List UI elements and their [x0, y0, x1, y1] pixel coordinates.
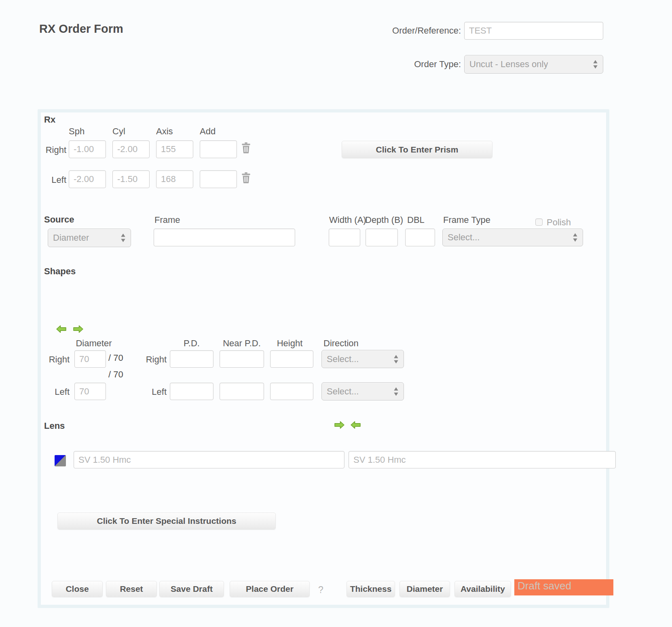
diameter-right-label: Right: [42, 354, 70, 365]
lens-copy-left-button[interactable]: [350, 421, 361, 429]
near-pd-left-input[interactable]: [220, 383, 264, 400]
select-stepper-icon: [393, 355, 399, 364]
lens-right-input[interactable]: [74, 451, 344, 468]
shapes-section-label: Shapes: [44, 266, 76, 277]
source-selected-value: Diameter: [53, 233, 89, 243]
pd-left-input[interactable]: [170, 383, 213, 400]
order-type-label: Order Type:: [360, 59, 461, 70]
trash-icon: [241, 172, 251, 183]
rx-column-sph: Sph: [69, 126, 85, 137]
select-stepper-icon: [120, 233, 126, 242]
frame-type-selected-value: Select...: [448, 232, 480, 243]
enter-special-instructions-button[interactable]: Click To Enter Special Instructions: [57, 513, 276, 530]
rx-column-cyl: Cyl: [112, 126, 125, 137]
arrow-right-icon: [334, 421, 345, 429]
height-column-label: Height: [268, 338, 311, 349]
height-right-input[interactable]: [270, 350, 313, 368]
direction-column-label: Direction: [323, 338, 359, 349]
shape-next-button[interactable]: [73, 325, 84, 333]
frame-input[interactable]: [154, 229, 295, 246]
frame-type-label: Frame Type: [443, 215, 490, 225]
rx-section-label: Rx: [44, 114, 55, 125]
order-type-selected-value: Uncut - Lenses only: [469, 59, 548, 70]
rx-left-axis-input[interactable]: [156, 170, 193, 188]
rx-order-form-page: RX Order Form Order/Reference: Order Typ…: [0, 0, 672, 627]
pd-right-input[interactable]: [170, 350, 213, 368]
frame-label: Frame: [154, 215, 180, 225]
rx-left-add-input[interactable]: [200, 170, 237, 188]
diameter-right-max: / 70: [108, 353, 123, 363]
select-stepper-icon: [593, 60, 598, 69]
arrow-right-icon: [73, 325, 84, 333]
place-order-button[interactable]: Place Order: [230, 581, 310, 597]
close-button[interactable]: Close: [52, 581, 103, 597]
rx-left-sph-input[interactable]: [69, 170, 106, 188]
diameter-column-label: Diameter: [74, 338, 113, 349]
direction-left-select[interactable]: Select...: [321, 382, 404, 400]
lens-copy-right-button[interactable]: [334, 421, 345, 429]
frame-type-select[interactable]: Select...: [442, 229, 583, 246]
select-stepper-icon: [573, 233, 578, 242]
pd-left-label: Left: [139, 387, 167, 397]
near-pd-column-label: Near P.D.: [220, 338, 264, 349]
direction-left-selected-value: Select...: [327, 386, 359, 397]
near-pd-right-input[interactable]: [220, 350, 264, 368]
lens-section-label: Lens: [44, 421, 65, 431]
arrow-left-icon: [350, 421, 361, 429]
rx-column-add: Add: [200, 126, 216, 137]
source-section-label: Source: [44, 214, 74, 225]
diameter-left-max: / 70: [108, 369, 123, 380]
width-a-input[interactable]: [329, 229, 360, 246]
depth-b-input[interactable]: [366, 229, 398, 246]
order-reference-label: Order/Reference:: [360, 25, 461, 36]
diameter-right-input[interactable]: [74, 350, 106, 368]
thickness-button[interactable]: Thickness: [347, 581, 395, 597]
availability-button[interactable]: Availability: [454, 581, 511, 597]
rx-right-row-label: Right: [38, 145, 66, 155]
dbl-input[interactable]: [405, 229, 435, 246]
rx-right-add-input[interactable]: [200, 140, 237, 158]
select-stepper-icon: [393, 387, 399, 396]
pd-column-label: P.D.: [170, 338, 213, 349]
pd-right-label: Right: [139, 354, 167, 365]
save-draft-button[interactable]: Save Draft: [159, 581, 224, 597]
rx-left-row-label: Left: [38, 175, 66, 185]
rx-right-cyl-input[interactable]: [112, 140, 150, 158]
page-title: RX Order Form: [39, 22, 123, 36]
rx-right-delete-button[interactable]: [241, 142, 251, 153]
rx-right-sph-input[interactable]: [69, 140, 106, 158]
polish-checkbox[interactable]: [535, 218, 543, 226]
reset-button[interactable]: Reset: [106, 581, 157, 597]
diameter-left-label: Left: [42, 387, 70, 397]
rx-right-axis-input[interactable]: [156, 140, 193, 158]
rx-left-delete-button[interactable]: [241, 172, 251, 183]
rx-left-cyl-input[interactable]: [112, 170, 150, 188]
direction-right-selected-value: Select...: [327, 354, 359, 364]
depth-b-label: Depth (B): [365, 215, 403, 225]
height-left-input[interactable]: [270, 383, 313, 400]
polish-label: Polish: [547, 217, 571, 228]
order-type-select[interactable]: Uncut - Lenses only: [464, 55, 603, 74]
diameter-button[interactable]: Diameter: [399, 581, 450, 597]
arrow-left-icon: [56, 325, 67, 333]
lens-left-input[interactable]: [349, 451, 616, 468]
shape-prev-button[interactable]: [56, 325, 67, 333]
direction-right-select[interactable]: Select...: [321, 350, 404, 368]
diameter-left-input[interactable]: [74, 383, 106, 400]
rx-column-axis: Axis: [156, 126, 173, 137]
dbl-label: DBL: [407, 215, 425, 225]
lens-color-icon[interactable]: [55, 455, 66, 466]
order-reference-input[interactable]: [464, 22, 603, 40]
source-select[interactable]: Diameter: [48, 229, 131, 247]
draft-saved-notification: Draft saved: [514, 579, 613, 595]
trash-icon: [241, 142, 251, 153]
enter-prism-button[interactable]: Click To Enter Prism: [342, 141, 492, 158]
help-link[interactable]: ?: [318, 585, 323, 595]
width-a-label: Width (A): [329, 215, 366, 225]
